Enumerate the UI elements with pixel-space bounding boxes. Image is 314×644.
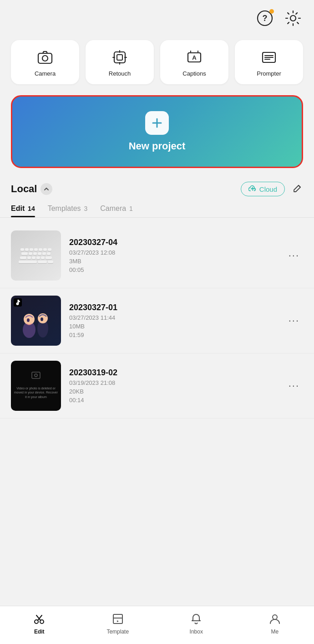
project-date-2: 03/19/2023 21:08 [69,379,277,386]
help-button[interactable]: ? [255,8,275,28]
tool-retouch-label: Retouch [109,70,131,77]
tab-edit-label: Edit [11,204,25,212]
project-duration-0: 00:05 [69,266,277,273]
svg-point-25 [273,615,277,619]
svg-rect-6 [117,55,122,60]
plus-icon [151,117,163,129]
new-project-plus-icon [145,111,169,135]
new-project-label: New project [129,140,186,152]
nav-item-edit[interactable]: Edit [23,612,55,635]
project-more-button-2[interactable]: ··· [285,378,303,394]
project-item[interactable]: Video or photo is deleted or moved in yo… [0,353,314,419]
edit-mode-button[interactable] [292,183,303,195]
project-item[interactable]: 20230327-01 03/27/2023 11:44 10MB 01:59 … [0,288,314,353]
project-item[interactable]: 20230327-04 03/27/2023 12:08 3MB 00:05 ·… [0,223,314,288]
nav-label-me: Me [271,629,279,635]
nav-label-edit: Edit [34,629,45,635]
svg-point-2 [290,15,296,21]
project-thumbnail-0 [11,230,61,281]
dark-thumb-message: Video or photo is deleted or moved in yo… [11,383,61,401]
svg-point-20 [35,374,37,377]
tools-section: Camera Retouch A Captions Prompter [0,33,314,88]
project-thumbnail-1 [11,296,61,346]
tiktok-badge [14,298,22,307]
tab-camera[interactable]: Camera 1 [100,201,133,217]
tool-captions[interactable]: A Captions [160,40,228,84]
project-name-2: 20230319-02 [69,368,277,378]
notification-dot [269,9,274,14]
local-sort-button[interactable] [41,183,52,195]
svg-point-18 [41,317,43,321]
retouch-icon [111,49,128,66]
project-thumbnail-2: Video or photo is deleted or moved in yo… [11,361,61,411]
project-date-1: 03/27/2023 11:44 [69,314,277,321]
cloud-button[interactable]: Cloud [241,182,285,196]
svg-text:?: ? [263,14,268,23]
new-project-button[interactable]: New project [11,95,303,168]
project-more-button-0[interactable]: ··· [285,248,303,263]
project-info-1: 20230327-01 03/27/2023 11:44 10MB 01:59 [69,303,277,338]
svg-marker-24 [117,620,119,622]
project-list: 20230327-04 03/27/2023 12:08 3MB 00:05 ·… [0,220,314,422]
tool-captions-label: Captions [182,70,206,77]
project-size-0: 3MB [69,258,277,265]
nav-item-template[interactable]: Template [102,612,134,635]
tab-templates-count: 3 [82,205,88,212]
local-left: Local [11,183,52,195]
svg-point-17 [27,318,30,322]
local-title: Local [11,183,37,195]
svg-rect-5 [114,52,125,63]
project-size-2: 20KB [69,388,277,395]
new-project-wrapper: New project [0,88,314,175]
project-name-1: 20230327-01 [69,303,277,312]
svg-rect-19 [32,372,40,378]
nav-item-me[interactable]: Me [259,612,291,635]
svg-text:A: A [192,54,197,61]
svg-rect-3 [38,53,52,63]
camera-icon [37,49,53,66]
tool-camera-label: Camera [35,70,56,77]
user-icon [268,612,282,626]
template-icon [111,612,125,626]
nav-label-inbox: Inbox [190,629,203,635]
bottom-nav: Edit Template Inbox Me [0,606,314,644]
svg-rect-23 [113,614,122,624]
tab-camera-label: Camera [100,204,126,212]
captions-icon: A [186,49,203,66]
tool-retouch[interactable]: Retouch [86,40,154,84]
cloud-label: Cloud [259,185,277,193]
tab-edit-count: 14 [26,205,35,212]
svg-point-4 [42,56,48,61]
tool-prompter[interactable]: Prompter [235,40,303,84]
nav-item-inbox[interactable]: Inbox [180,612,212,635]
scissors-icon [32,612,46,626]
prompter-icon [261,49,277,66]
tab-edit[interactable]: Edit 14 [11,201,35,217]
project-size-1: 10MB [69,323,277,330]
project-name-0: 20230327-04 [69,238,277,247]
tool-prompter-label: Prompter [257,70,281,77]
settings-button[interactable] [283,8,303,28]
nav-label-template: Template [106,629,129,635]
project-info-0: 20230327-04 03/27/2023 12:08 3MB 00:05 [69,238,277,273]
project-more-button-1[interactable]: ··· [285,313,303,328]
project-duration-2: 00:14 [69,397,277,404]
project-date-0: 03/27/2023 12:08 [69,249,277,256]
local-right: Cloud [241,182,303,196]
tab-templates-label: Templates [48,204,81,212]
tab-templates[interactable]: Templates 3 [48,201,88,217]
project-duration-1: 01:59 [69,332,277,338]
header: ? [0,0,314,33]
project-info-2: 20230319-02 03/19/2023 21:08 20KB 00:14 [69,368,277,404]
bell-icon [189,612,203,626]
tool-camera[interactable]: Camera [11,40,79,84]
tab-camera-count: 1 [127,205,133,212]
tabs-bar: Edit 14 Templates 3 Camera 1 [0,201,314,218]
local-header: Local Cloud [0,175,314,201]
